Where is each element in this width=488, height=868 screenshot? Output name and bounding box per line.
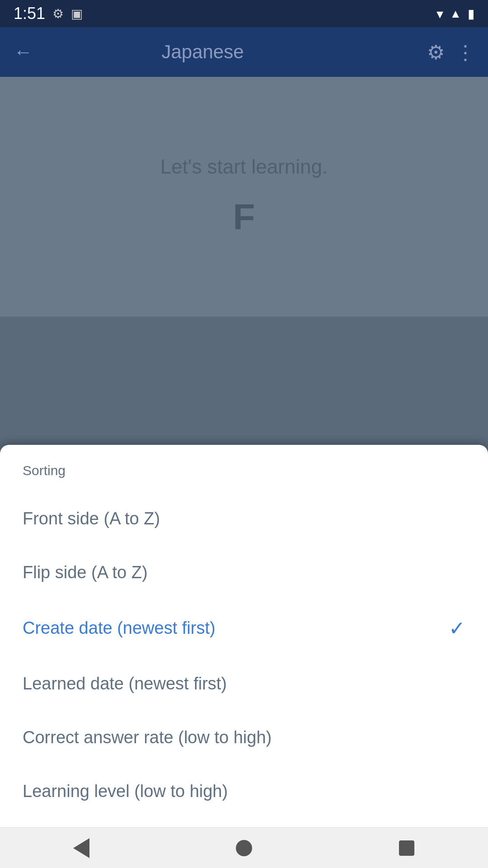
sort-option-correct-rate[interactable]: Correct answer rate (low to high) <box>0 711 488 764</box>
selected-check-icon: ✓ <box>449 617 465 640</box>
app-logo: F <box>233 196 255 238</box>
sorting-bottom-sheet: Sorting Front side (A to Z) Flip side (A… <box>0 445 488 827</box>
app-bar: ← Japanese ⚙ ⋮ <box>0 27 488 77</box>
back-nav-icon <box>73 838 89 858</box>
sort-option-flip-side-label: Flip side (A to Z) <box>23 563 148 582</box>
settings-status-icon: ⚙ <box>52 6 64 21</box>
settings-icon[interactable]: ⚙ <box>427 41 445 64</box>
app-title: Japanese <box>42 41 364 63</box>
recent-nav-icon <box>399 840 414 856</box>
sort-option-create-date[interactable]: Create date (newest first) ✓ <box>0 599 488 657</box>
home-nav-icon <box>236 840 252 856</box>
status-left: 1:51 ⚙ ▣ <box>14 4 83 23</box>
sort-option-learning-level-label: Learning level (low to high) <box>23 782 228 801</box>
sort-option-learned-date-label: Learned date (newest first) <box>23 674 227 693</box>
status-bar: 1:51 ⚙ ▣ ▾ ▲ ▮ <box>0 0 488 27</box>
sort-option-create-date-label: Create date (newest first) <box>23 618 216 638</box>
sim-status-icon: ▣ <box>71 6 83 21</box>
nav-home-button[interactable] <box>226 830 262 866</box>
background-content: Let's start learning. F <box>0 77 488 316</box>
signal-icon: ▲ <box>450 7 461 21</box>
nav-recent-button[interactable] <box>389 830 425 866</box>
sort-option-flip-side[interactable]: Flip side (A to Z) <box>0 546 488 599</box>
sort-option-learning-level[interactable]: Learning level (low to high) <box>0 764 488 818</box>
wifi-icon: ▾ <box>436 6 443 22</box>
sort-option-front-side-label: Front side (A to Z) <box>23 509 160 528</box>
sorting-header: Sorting <box>0 463 488 492</box>
more-options-icon[interactable]: ⋮ <box>455 41 474 64</box>
app-bar-actions: ⚙ ⋮ <box>427 41 474 64</box>
sort-option-correct-rate-label: Correct answer rate (low to high) <box>23 728 272 747</box>
battery-icon: ▮ <box>468 6 474 21</box>
nav-back-button[interactable] <box>63 830 99 866</box>
navigation-bar <box>0 827 488 868</box>
sort-option-front-side[interactable]: Front side (A to Z) <box>0 492 488 546</box>
status-right: ▾ ▲ ▮ <box>436 6 474 22</box>
learning-text: Let's start learning. <box>160 156 328 178</box>
back-button[interactable]: ← <box>14 41 33 63</box>
status-time: 1:51 <box>14 4 45 23</box>
sort-option-learned-date[interactable]: Learned date (newest first) <box>0 657 488 711</box>
